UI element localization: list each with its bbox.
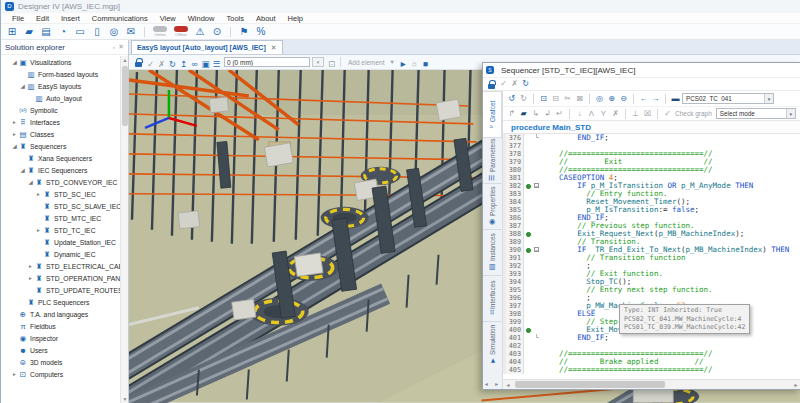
check-icon[interactable]: ✓ [498, 78, 509, 90]
measure-unit-combo[interactable]: ▾ [312, 57, 324, 67]
tree-item-std-conveyor-iec[interactable]: ◢♜STD_CONVEYOR_IEC [1, 176, 120, 188]
scroll-up-icon[interactable]: ▲ [121, 56, 129, 64]
measure-input[interactable] [224, 57, 310, 67]
tree-item-interfaces[interactable]: ▸⠿Interfaces [1, 116, 120, 128]
tree-item-3d-models[interactable]: ⊜3D models [1, 356, 120, 368]
tree-item-std-update-routes-iec[interactable]: ♜STD_UPDATE_ROUTES_IEC [1, 284, 120, 296]
fold-gutter[interactable] [533, 190, 541, 198]
tree-item-std-tc-iec[interactable]: ▸♜STD_TC_IEC [1, 224, 120, 236]
menu-item-view[interactable]: View [154, 14, 182, 23]
menu-item-tools[interactable]: Tools [220, 14, 250, 23]
delete-icon[interactable]: ⊠ [574, 93, 585, 105]
tree-item-form-based-layouts[interactable]: ▥Form-based layouts [1, 68, 120, 80]
down-icon[interactable]: ↓ [574, 108, 585, 120]
fold-gutter[interactable] [533, 214, 541, 222]
breakpoint-gutter[interactable] [524, 254, 533, 262]
fold-gutter[interactable] [533, 294, 541, 302]
fold-gutter[interactable] [533, 254, 541, 262]
side-tab-simulation[interactable]: ►Simulation [483, 321, 502, 367]
hand-icon[interactable]: ⊥ [630, 108, 641, 120]
tree-item-visualizations[interactable]: ◢▣Visualizations [1, 56, 120, 68]
fold-gutter[interactable] [533, 206, 541, 214]
fold-gutter[interactable] [533, 158, 541, 166]
code-line-401[interactable]: 401 END_IF; [503, 334, 800, 342]
fold-gutter[interactable] [533, 134, 541, 142]
breakpoint-gutter[interactable] [524, 286, 533, 294]
scroll-right-icon[interactable]: ► [791, 380, 800, 390]
tree-item-computers[interactable]: ▸⊡Computers [1, 368, 120, 380]
breakpoint-gutter[interactable] [524, 206, 533, 214]
tree-scrollbar[interactable]: ▲ ▼ [120, 56, 128, 403]
back-icon[interactable]: ← [638, 93, 649, 105]
upload-icon[interactable]: ↥ [178, 58, 189, 71]
tree-expander-icon[interactable]: ▸ [27, 263, 34, 269]
check-graph-label[interactable]: Check graph [675, 110, 712, 117]
diverge-icon[interactable]: Λ [586, 108, 597, 120]
fold-gutter[interactable] [533, 342, 541, 350]
tab-close-icon[interactable]: ✕ [271, 44, 277, 52]
tree-item-users[interactable]: ☻Users [1, 344, 120, 356]
mode-combo[interactable]: Select mode ▾ [716, 108, 796, 119]
breakpoint-gutter[interactable] [524, 294, 533, 302]
breakpoint-gutter[interactable] [524, 326, 533, 334]
tree-item-sequencers[interactable]: ◢♜Sequencers [1, 140, 120, 152]
side-tab-interfaces[interactable]: ⠿Interfaces [483, 275, 502, 321]
copy-icon[interactable]: ⊡ [538, 93, 549, 105]
lock-icon[interactable] [488, 84, 495, 89]
tree-expander-icon[interactable]: ◢ [27, 179, 34, 185]
tree-item-t-a-and-languages[interactable]: ⊕T.A. and languages [1, 308, 120, 320]
breakpoint-gutter[interactable] [524, 366, 533, 374]
tree-item-std-operation-pane-[interactable]: ▸♜STD_OPERATION_PANE... [1, 272, 120, 284]
fold-gutter[interactable] [533, 222, 541, 230]
check-icon[interactable]: ✓ [145, 58, 156, 71]
chevron-down-icon[interactable]: ▾ [391, 58, 394, 66]
tree-item-auto-layout[interactable]: ▥Auto_layout [1, 92, 120, 104]
breakpoint-gutter[interactable] [524, 158, 533, 166]
fold-gutter[interactable]: − [533, 246, 541, 254]
tree-item-std-sc-iec[interactable]: ▸♜STD_SC_IEC [1, 188, 120, 200]
zoom-out-icon[interactable]: ⊖ [618, 93, 629, 105]
sync-icon[interactable]: ↻ [520, 78, 531, 90]
fold-gutter[interactable] [533, 358, 541, 366]
code-line-405[interactable]: 405 //==============================// [503, 366, 800, 374]
link-icon[interactable]: ∞ [189, 58, 200, 71]
image-icon[interactable]: ▣ [200, 58, 211, 71]
breakpoint-dot[interactable] [526, 248, 531, 253]
clock-icon[interactable]: ◔ [56, 25, 70, 39]
tree-item-xana-sequencers[interactable]: ♜Xana Sequencers [1, 152, 120, 164]
breakpoint-gutter[interactable] [524, 150, 533, 158]
zoom-in-icon[interactable]: ⊕ [606, 93, 617, 105]
chevron-down-icon[interactable]: ▾ [764, 94, 773, 103]
new-file-icon[interactable]: ⊞ [5, 25, 19, 39]
stop-icon[interactable]: ■ [420, 58, 431, 71]
breakpoint-gutter[interactable] [524, 246, 533, 254]
code-line-376[interactable]: 376 END_IF; [503, 134, 800, 142]
menu-item-about[interactable]: About [250, 14, 282, 23]
pin-icon[interactable]: ▫ [113, 44, 115, 51]
offline-pill-icon[interactable]: Offline [172, 26, 190, 37]
transfer-icon[interactable]: ⚑ [237, 25, 251, 39]
menu-item-insert[interactable]: Insert [55, 14, 86, 23]
binoculars-icon[interactable]: ◎ [594, 93, 605, 105]
tree-expander-icon[interactable]: ▸ [27, 275, 34, 281]
tree-expander-icon[interactable]: ◢ [19, 167, 26, 173]
close-icon[interactable]: ✗ [156, 58, 167, 71]
breakpoint-gutter[interactable] [524, 230, 533, 238]
breakpoint-dot[interactable] [526, 184, 531, 189]
tree-item-std-electrical-cabi-[interactable]: ▸♜STD_ELECTRICAL_CABI... [1, 260, 120, 272]
fold-gutter[interactable] [533, 302, 541, 310]
branch-icon[interactable]: ↵ [554, 108, 565, 120]
tree-expander-icon[interactable]: ▸ [11, 119, 18, 125]
sync-icon[interactable]: ↻ [167, 58, 178, 71]
forward-icon[interactable]: → [650, 93, 661, 105]
fold-gutter[interactable] [533, 174, 541, 182]
side-tab-parameters[interactable]: ☰Parameters [483, 137, 502, 183]
breakpoint-gutter[interactable] [524, 278, 533, 286]
fold-gutter[interactable] [533, 230, 541, 238]
list-icon[interactable]: ☰ [211, 58, 222, 71]
fold-gutter[interactable] [533, 238, 541, 246]
scrollbar-thumb[interactable] [122, 66, 128, 126]
breakpoint-gutter[interactable] [524, 222, 533, 230]
folder-dark-icon[interactable]: ▰ [518, 108, 529, 120]
tree-item-symbolic[interactable]: (x²)Symbolic [1, 104, 120, 116]
